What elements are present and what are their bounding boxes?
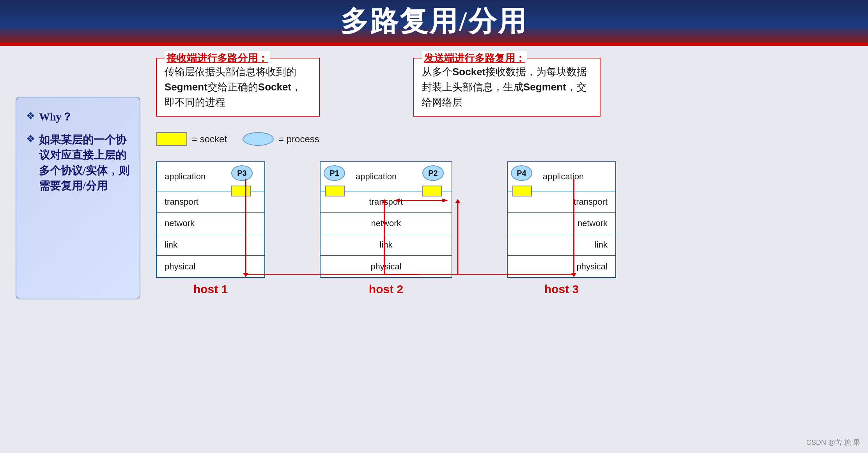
host2-process-p1: P1 — [324, 165, 345, 181]
host2-physical-label: physical — [370, 262, 401, 272]
receiver-annotation-label: 接收端进行多路分用： — [165, 51, 270, 66]
host3-application: P4 application — [508, 162, 615, 191]
receiver-annotation-text: 传输层依据头部信息将收到的Segment交给正确的Socket，即不同的进程 — [165, 66, 301, 108]
socket-label: = socket — [192, 134, 227, 145]
host1-process-p3: P3 — [231, 165, 253, 181]
host3-link: link — [508, 234, 615, 256]
host2-transport: transport — [321, 191, 452, 213]
sender-annotation-text: 从多个Socket接收数据，为每块数据封装上头部信息，生成Segment，交给网… — [422, 66, 587, 108]
host2-link: link — [321, 234, 452, 256]
left-panel-item-1: ❖ Why？ — [26, 109, 130, 124]
sender-annotation-label: 发送端进行多路复用： — [422, 51, 527, 66]
host3-stack: P4 application transport network link — [507, 161, 616, 278]
page-title: 多路复用/分用 — [340, 3, 528, 40]
host2-physical: physical — [321, 256, 452, 277]
svg-marker-8 — [455, 199, 461, 203]
socket-icon — [156, 132, 187, 146]
host1-application: application P3 — [157, 162, 264, 191]
host1-app-label: application — [165, 172, 205, 182]
host3-physical: physical — [508, 256, 615, 277]
process-icon — [243, 132, 274, 146]
red-separator — [0, 43, 868, 46]
host1-stack: application P3 transport network link — [156, 161, 265, 278]
diamond-icon-1: ❖ — [26, 110, 35, 122]
host2-stack: P1 application P2 transport network — [320, 161, 452, 278]
host1-label: host 1 — [193, 283, 228, 296]
host1-transport: transport — [157, 191, 264, 213]
host2-network: network — [321, 213, 452, 234]
main-content: ❖ Why？ ❖ 如果某层的一个协议对应直接上层的多个协议/实体，则需要复用/分… — [0, 46, 868, 453]
left-panel-item-2: ❖ 如果某层的一个协议对应直接上层的多个协议/实体，则需要复用/分用 — [26, 132, 130, 193]
host2-label: host 2 — [369, 283, 403, 296]
host3-container: P4 application transport network link — [507, 161, 616, 296]
host3-physical-label: physical — [515, 262, 608, 272]
host2-application: P1 application P2 — [321, 162, 452, 191]
host3-network: network — [508, 213, 615, 234]
host1-network: network — [157, 213, 264, 234]
right-content: 接收端进行多路分用： 传输层依据头部信息将收到的Segment交给正确的Sock… — [156, 58, 852, 441]
host1-physical: physical — [157, 256, 264, 277]
host1-link: link — [157, 234, 264, 256]
process-label: = process — [278, 134, 319, 145]
header: 多路复用/分用 — [0, 0, 868, 43]
host3-label: host 3 — [544, 283, 579, 296]
left-panel: ❖ Why？ ❖ 如果某层的一个协议对应直接上层的多个协议/实体，则需要复用/分… — [16, 97, 140, 299]
legend-process: = process — [243, 132, 319, 146]
receiver-annotation: 接收端进行多路分用： 传输层依据头部信息将收到的Segment交给正确的Sock… — [156, 58, 320, 117]
host3-process-p4: P4 — [511, 165, 532, 181]
legend-socket: = socket — [156, 132, 227, 146]
legend: = socket = process — [156, 132, 852, 146]
host2-container: P1 application P2 transport network — [320, 161, 452, 296]
left-panel-text-1: Why？ — [39, 109, 73, 124]
host1-container: application P3 transport network link — [156, 161, 265, 296]
left-panel-text-2: 如果某层的一个协议对应直接上层的多个协议/实体，则需要复用/分用 — [39, 132, 130, 193]
host2-process-p2: P2 — [422, 165, 444, 181]
sender-annotation: 发送端进行多路复用： 从多个Socket接收数据，为每块数据封装上头部信息，生成… — [413, 58, 601, 117]
host3-transport: transport — [508, 191, 615, 213]
diamond-icon-2: ❖ — [26, 133, 35, 145]
watermark: CSDN @苦 糖 果 — [806, 438, 860, 447]
annotations-row: 接收端进行多路分用： 传输层依据头部信息将收到的Segment交给正确的Sock… — [156, 58, 852, 117]
hosts-area: application P3 transport network link — [156, 161, 852, 296]
host1-physical-label: physical — [165, 262, 195, 272]
